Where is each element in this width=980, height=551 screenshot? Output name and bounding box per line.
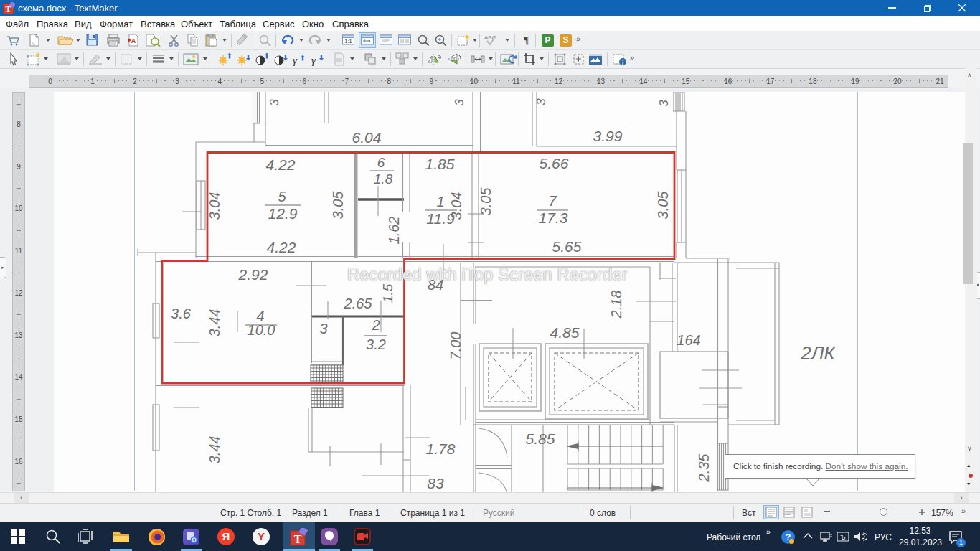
svg-text:Ъ: Ъ — [840, 534, 845, 541]
svg-text:γ: γ — [293, 55, 298, 66]
svg-text:¶: ¶ — [524, 34, 529, 46]
svg-text:A: A — [131, 37, 136, 44]
svg-text:1:1: 1:1 — [344, 38, 352, 44]
svg-text:T: T — [294, 533, 302, 545]
svg-text:γ: γ — [311, 55, 316, 66]
